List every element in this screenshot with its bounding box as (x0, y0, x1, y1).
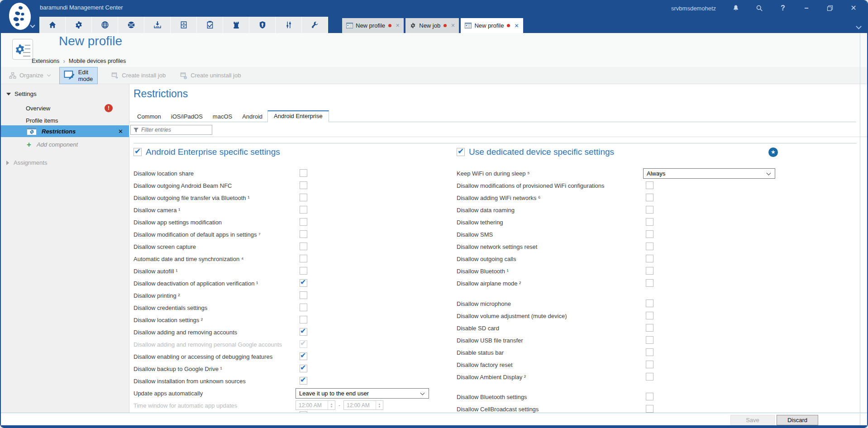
checkbox[interactable] (646, 336, 653, 344)
checkbox[interactable] (646, 230, 653, 238)
checkbox[interactable]: ✔ (300, 279, 307, 287)
tab-ios-ipados[interactable]: iOS/iPadOS (166, 111, 208, 122)
baramundi-sphere-button[interactable] (118, 17, 144, 33)
checkbox[interactable] (646, 300, 653, 307)
create-uninstall-job-button[interactable]: Create uninstall job (180, 72, 241, 79)
setting-label: Disallow location settings ² (134, 317, 203, 323)
baramundi-logo-icon[interactable] (8, 2, 32, 31)
tab-android[interactable]: Android (237, 111, 267, 122)
close-icon[interactable]: ✕ (850, 5, 857, 12)
checkbox[interactable] (300, 255, 307, 262)
checkbox[interactable] (646, 181, 653, 189)
checkbox[interactable] (300, 291, 307, 299)
checkbox[interactable]: ✔ (300, 377, 307, 385)
inventory-cabinet-button[interactable] (171, 17, 197, 33)
help-icon[interactable]: ? (779, 5, 787, 12)
tools-wrench-button[interactable] (302, 17, 328, 33)
install-job-icon (111, 72, 119, 79)
sidebar-item-profile-items[interactable]: Profile items (26, 117, 58, 124)
time-spinner-icon[interactable]: ▲▼ (376, 401, 383, 409)
search-icon[interactable] (756, 5, 763, 12)
setting-label: Disable SD card (457, 325, 499, 332)
setting-row: Update apps automaticallyLeave it up to … (134, 388, 453, 400)
checkbox[interactable] (300, 230, 307, 238)
compliance-clipboard-button[interactable] (197, 17, 223, 33)
edit-mode-button[interactable]: Edit mode (59, 67, 98, 84)
dedicated-device-star-icon[interactable]: ★ (768, 147, 778, 157)
restore-window-icon[interactable] (826, 5, 834, 12)
tab-common[interactable]: Common (132, 111, 166, 122)
sidebar-item-assignments[interactable]: Assignments (6, 159, 47, 166)
checkbox[interactable] (646, 218, 653, 226)
checkbox[interactable] (300, 304, 307, 311)
close-tab-icon[interactable]: ✕ (451, 23, 455, 28)
sidebar-item-restrictions[interactable]: Restrictions ✕ (1, 125, 129, 137)
checkbox[interactable] (300, 267, 307, 275)
save-button[interactable]: Save (730, 415, 775, 425)
checkbox[interactable] (646, 393, 653, 400)
checkbox[interactable]: ✔ (300, 340, 307, 348)
discard-button[interactable]: Discard (777, 415, 818, 425)
checkbox[interactable]: ✔ (300, 365, 307, 372)
time-spinner-icon[interactable]: ▲▼ (328, 401, 335, 409)
checkbox[interactable] (646, 373, 653, 380)
checkbox[interactable] (300, 316, 307, 323)
logo-menu-chevron-icon[interactable] (30, 23, 35, 28)
left-section-checkbox[interactable]: ✔ (134, 148, 142, 156)
window-tab[interactable]: New profile✕ (461, 18, 523, 33)
time-to-input[interactable]: 12:00 AM▲▼ (343, 400, 383, 410)
create-install-job-button[interactable]: Create install job (111, 72, 166, 79)
checkbox[interactable]: ✔ (300, 328, 307, 336)
defense-tower-button[interactable] (223, 17, 249, 33)
checkbox[interactable] (646, 243, 653, 250)
checkbox[interactable] (646, 279, 653, 287)
checkbox[interactable] (646, 206, 653, 214)
security-shield-button[interactable] (249, 17, 276, 33)
home-button[interactable] (39, 17, 66, 33)
notifications-bell-icon[interactable] (732, 5, 739, 12)
close-tab-icon[interactable]: ✕ (514, 23, 519, 29)
checkbox[interactable] (646, 255, 653, 262)
close-tab-icon[interactable]: ✕ (396, 23, 400, 28)
checkbox[interactable] (646, 405, 653, 413)
time-from-input[interactable]: 12:00 AM▲▼ (296, 400, 335, 410)
checkbox[interactable] (300, 243, 307, 250)
sidebar-item-overview[interactable]: Overview (26, 105, 50, 112)
tab-macos[interactable]: macOS (208, 111, 237, 122)
right-section-checkbox[interactable]: ✔ (457, 148, 465, 156)
dropdown[interactable]: Leave it up to the end user (296, 388, 429, 399)
checkbox[interactable]: ✔ (300, 352, 307, 360)
breadcrumb-extensions[interactable]: Extensions (32, 58, 59, 64)
organize-button[interactable]: Organize (9, 72, 50, 79)
checkbox[interactable] (300, 218, 307, 226)
software-deploy-button[interactable] (144, 17, 171, 33)
setting-label: Disallow SMS (457, 231, 493, 238)
checkbox[interactable] (646, 348, 653, 356)
breadcrumb-mobile-devices-profiles[interactable]: Mobile devices profiles (69, 58, 126, 64)
dropdown[interactable]: Always (643, 168, 775, 179)
checkbox[interactable] (646, 194, 653, 201)
tab-android-enterprise[interactable]: Android Enterprise (267, 110, 329, 122)
filter-input[interactable] (141, 127, 212, 133)
edit-mode-icon (63, 69, 75, 81)
checkbox[interactable] (646, 324, 653, 332)
minimize-icon[interactable]: – (803, 5, 810, 12)
sidebar-item-settings[interactable]: Settings (6, 90, 37, 97)
collapse-ribbon-chevron-icon[interactable] (856, 24, 862, 29)
sidebar-item-add-component[interactable]: + Add component (27, 141, 78, 148)
time-value: 12:00 AM (299, 402, 322, 409)
window-tab[interactable]: New job✕ (405, 18, 459, 33)
settings-gear-button[interactable] (66, 17, 92, 33)
checkbox[interactable] (300, 194, 307, 201)
checkbox[interactable] (646, 267, 653, 275)
checkbox[interactable] (300, 169, 307, 177)
settings-sliders-button[interactable] (276, 17, 302, 33)
remove-component-icon[interactable]: ✕ (118, 128, 123, 135)
network-globe-button[interactable] (92, 17, 118, 33)
icon-line (23, 52, 30, 53)
checkbox[interactable] (646, 361, 653, 368)
checkbox[interactable] (300, 181, 307, 189)
checkbox[interactable] (300, 206, 307, 214)
checkbox[interactable] (646, 312, 653, 319)
window-tab[interactable]: New profile✕ (342, 18, 404, 33)
